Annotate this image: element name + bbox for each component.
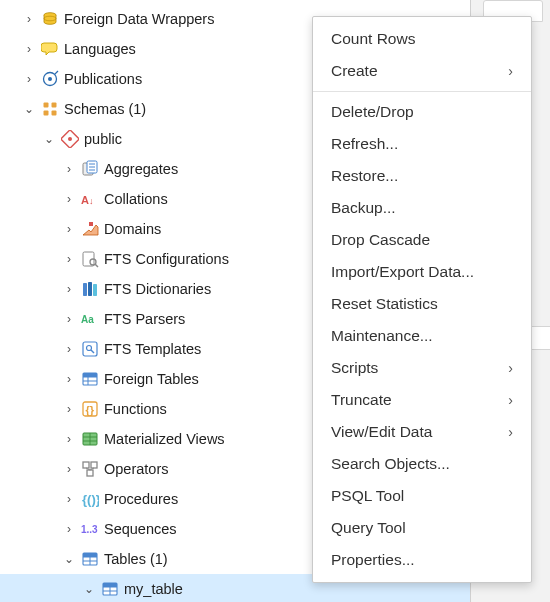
collations-icon [80,189,100,209]
tree-label: FTS Dictionaries [104,281,211,297]
chevron-down-icon[interactable]: ⌄ [20,102,38,116]
tree-label: Foreign Data Wrappers [64,11,214,27]
menu-psql-tool[interactable]: PSQL Tool [313,480,531,512]
menu-view-edit-data[interactable]: View/Edit Data› [313,416,531,448]
menu-drop-cascade[interactable]: Drop Cascade [313,224,531,256]
chevron-right-icon[interactable]: › [60,522,78,536]
tree-label: FTS Configurations [104,251,229,267]
materialized-views-icon [80,429,100,449]
chevron-right-icon: › [508,416,513,448]
procedures-icon [80,489,100,509]
publications-icon [40,69,60,89]
tree-label: FTS Templates [104,341,201,357]
chevron-right-icon[interactable]: › [60,432,78,446]
fts-parsers-icon [80,309,100,329]
menu-search-objects[interactable]: Search Objects... [313,448,531,480]
chevron-right-icon[interactable]: › [60,342,78,356]
tree-label: FTS Parsers [104,311,185,327]
domains-icon [80,219,100,239]
menu-backup[interactable]: Backup... [313,192,531,224]
tree-label: Tables (1) [104,551,168,567]
chevron-right-icon: › [508,352,513,384]
chevron-right-icon[interactable]: › [60,192,78,206]
chevron-right-icon[interactable]: › [60,312,78,326]
menu-import-export[interactable]: Import/Export Data... [313,256,531,288]
tree-label: Materialized Views [104,431,225,447]
chevron-right-icon[interactable]: › [60,222,78,236]
menu-scripts[interactable]: Scripts› [313,352,531,384]
tables-icon [80,549,100,569]
functions-icon [80,399,100,419]
menu-delete-drop[interactable]: Delete/Drop [313,96,531,128]
schemas-icon [40,99,60,119]
chevron-right-icon[interactable]: › [60,462,78,476]
tree-label: Operators [104,461,168,477]
chevron-right-icon[interactable]: › [60,492,78,506]
chevron-right-icon[interactable]: › [20,12,38,26]
tree-label: Sequences [104,521,177,537]
tree-label: Collations [104,191,168,207]
chevron-right-icon[interactable]: › [20,72,38,86]
menu-maintenance[interactable]: Maintenance... [313,320,531,352]
chevron-right-icon[interactable]: › [60,162,78,176]
chevron-right-icon[interactable]: › [60,252,78,266]
foreign-data-wrappers-icon [40,9,60,29]
chevron-right-icon[interactable]: › [60,372,78,386]
tree-label: Foreign Tables [104,371,199,387]
sequences-icon [80,519,100,539]
menu-properties[interactable]: Properties... [313,544,531,576]
menu-restore[interactable]: Restore... [313,160,531,192]
tree-label: my_table [124,581,183,597]
fts-dictionaries-icon [80,279,100,299]
fts-templates-icon [80,339,100,359]
chevron-right-icon[interactable]: › [60,402,78,416]
tree-label: Functions [104,401,167,417]
menu-reset-statistics[interactable]: Reset Statistics [313,288,531,320]
menu-query-tool[interactable]: Query Tool [313,512,531,544]
languages-icon [40,39,60,59]
operators-icon [80,459,100,479]
tree-label: Languages [64,41,136,57]
schema-icon [60,129,80,149]
chevron-down-icon[interactable]: ⌄ [40,132,58,146]
aggregates-icon [80,159,100,179]
menu-separator [313,91,531,92]
menu-create[interactable]: Create› [313,55,531,87]
chevron-right-icon: › [508,55,513,87]
chevron-right-icon[interactable]: › [60,282,78,296]
chevron-down-icon[interactable]: ⌄ [80,582,98,596]
fts-configurations-icon [80,249,100,269]
menu-count-rows[interactable]: Count Rows [313,23,531,55]
foreign-tables-icon [80,369,100,389]
chevron-right-icon: › [508,384,513,416]
tree-label: Domains [104,221,161,237]
tree-label: Publications [64,71,142,87]
tree-label: Procedures [104,491,178,507]
menu-refresh[interactable]: Refresh... [313,128,531,160]
tree-label: Schemas (1) [64,101,146,117]
context-menu: Count Rows Create› Delete/Drop Refresh..… [312,16,532,583]
chevron-right-icon[interactable]: › [20,42,38,56]
chevron-down-icon[interactable]: ⌄ [60,552,78,566]
tree-label: Aggregates [104,161,178,177]
menu-truncate[interactable]: Truncate› [313,384,531,416]
table-icon [100,579,120,599]
tree-label: public [84,131,122,147]
